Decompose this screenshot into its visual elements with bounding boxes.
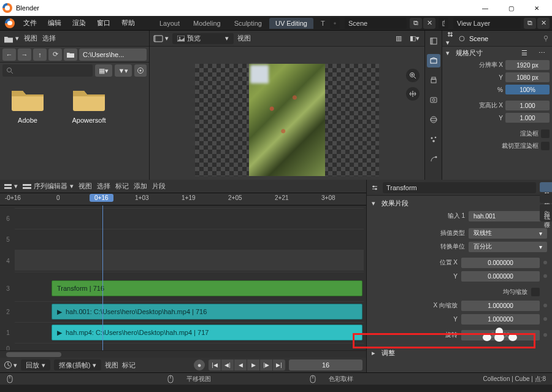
filter-icon[interactable] [370, 183, 379, 192]
tab-output-icon[interactable] [427, 54, 440, 67]
scene-name-field[interactable]: Scene [345, 18, 407, 29]
menu-window[interactable]: 窗口 [92, 17, 115, 29]
preset-icon[interactable]: ☰ [518, 47, 531, 58]
sequencer-editor-icon[interactable]: ▾ [4, 182, 18, 190]
footer-view-menu[interactable]: 视图 [105, 361, 118, 370]
posy-field[interactable]: 0.000000 [461, 271, 540, 282]
seq-view-menu[interactable]: 视图 [79, 182, 92, 191]
seq-select-menu[interactable]: 选择 [97, 182, 110, 191]
timeline-hscroll[interactable] [0, 350, 366, 358]
nav-newfolder-button[interactable] [64, 48, 77, 61]
prev-keyframe-button[interactable]: ◀| [221, 359, 234, 371]
viewlayer-browse-icon[interactable] [439, 18, 448, 29]
preview-editor-icon[interactable]: ▾ [153, 34, 169, 42]
tab-uv-editing[interactable]: UV Editing [269, 18, 313, 29]
blender-menu-icon[interactable] [5, 18, 15, 28]
dimensions-header[interactable]: 规格尺寸 ☰ ⋯ [442, 47, 552, 59]
keyframe-dot[interactable] [543, 333, 547, 337]
pct-field[interactable]: 100% [505, 85, 550, 94]
zoom-button[interactable] [406, 69, 420, 82]
filebrowser-select-menu[interactable]: 选择 [42, 34, 56, 43]
minimize-button[interactable]: ― [472, 0, 498, 16]
folder-item-adobe[interactable]: Adobe [6, 85, 49, 174]
sequencer-mode-select[interactable]: 序列编辑器▾ [23, 182, 74, 191]
preview-channels-button[interactable]: ▥ [393, 33, 405, 44]
timeline-ruler[interactable]: -0+16 0 0+16 1+03 1+19 2+05 2+21 3+08 [0, 193, 366, 206]
side-search-input[interactable]: Transform [383, 182, 536, 193]
settings-icon[interactable] [134, 64, 147, 77]
rot-field[interactable]: 90.000 [461, 330, 540, 340]
hscroll-thumb[interactable] [6, 352, 61, 357]
play-button[interactable]: ▶ [247, 359, 259, 371]
uniform-checkbox[interactable] [531, 288, 540, 296]
pin-icon[interactable]: ⚲ [543, 34, 548, 42]
nav-refresh-button[interactable]: ⟳ [48, 48, 62, 61]
menu-render[interactable]: 渲染 [67, 17, 91, 29]
aspect-x-field[interactable]: 1.000 [505, 101, 550, 110]
preview-viewport[interactable] [150, 47, 424, 180]
display-mode-button[interactable]: ▦▾ [95, 64, 112, 77]
unit-select[interactable]: 百分比▾ [469, 242, 547, 252]
nav-up-button[interactable]: ↑ [33, 48, 47, 61]
interp-select[interactable]: 双线性▾ [469, 228, 547, 239]
seq-strip-menu[interactable]: 片段 [152, 182, 166, 191]
adjust-header[interactable]: 调整 [367, 347, 552, 359]
preview-mode-select[interactable]: 预览 ▾ [172, 33, 234, 44]
viewlayer-copy-button[interactable]: ⧉ [524, 18, 536, 29]
jump-end-button[interactable]: ▶| [273, 359, 285, 371]
tab-world-icon[interactable] [427, 113, 440, 126]
playback-menu[interactable]: 回放▾ [21, 359, 50, 371]
res-x-field[interactable]: 1920 px [505, 60, 550, 70]
file-browser-body[interactable]: Adobe Apowersoft [0, 79, 149, 180]
border-checkbox[interactable] [541, 129, 550, 138]
input1-field[interactable]: hah.001 [469, 211, 547, 221]
props-editor-icon[interactable]: ▾ [446, 31, 454, 47]
props-scene-icon[interactable] [458, 35, 466, 42]
sidetab-proxy[interactable]: 代理 & 缓存 [540, 204, 552, 221]
playhead-line[interactable] [102, 206, 103, 350]
seq-add-menu[interactable]: 添加 [134, 182, 147, 191]
scaley-field[interactable]: 1.000000 [461, 314, 540, 325]
tab-layout[interactable]: Layout [153, 18, 186, 29]
current-frame-field[interactable]: 16 [289, 359, 362, 371]
play-reverse-button[interactable]: ◀ [234, 359, 247, 371]
scene-new-button[interactable]: ✕ [423, 18, 435, 29]
effect-strip-header[interactable]: 效果片段 [367, 197, 552, 209]
scene-copy-button[interactable]: ⧉ [410, 18, 422, 29]
filter-button[interactable]: ▼▾ [115, 64, 132, 77]
sidetab-strip[interactable]: 片段 [540, 182, 552, 192]
nav-forward-button[interactable]: → [18, 48, 31, 61]
sequencer-tracks[interactable]: 6 5 4 3 2 1 0 Transform | 716 ▶ hah.001:… [0, 206, 366, 350]
next-keyframe-button[interactable]: |▶ [260, 359, 272, 371]
preview-view-menu[interactable]: 视图 [237, 34, 251, 43]
folder-item-apowersoft[interactable]: Apowersoft [67, 85, 110, 174]
keyframe-dot[interactable] [543, 274, 547, 278]
path-field[interactable]: C:\Users\he... [79, 48, 147, 61]
strip-clip2[interactable]: ▶ hah.mp4: C:\Users\hero\Desktop\hah.mp4… [52, 325, 362, 340]
scene-browse-icon[interactable] [330, 18, 340, 29]
snap-menu[interactable]: 抠像(插帧)▾ [54, 359, 101, 371]
seq-marker-menu[interactable]: 标记 [115, 182, 129, 191]
file-search-input[interactable] [2, 64, 93, 77]
crop-checkbox[interactable] [541, 142, 550, 150]
viewlayer-name-field[interactable]: View Layer [453, 18, 521, 29]
strip-clip1[interactable]: ▶ hah.001: C:\Users\hero\Desktop\hah.mp4… [52, 304, 362, 320]
filebrowser-view-menu[interactable]: 视图 [24, 34, 37, 43]
options-icon[interactable]: ⋯ [535, 47, 548, 58]
scalex-field[interactable]: 1.000000 [461, 301, 540, 311]
tab-physics-icon[interactable] [427, 152, 440, 166]
timeline-editor-icon[interactable]: ▾ [4, 361, 17, 369]
menu-edit[interactable]: 编辑 [43, 17, 66, 29]
tab-render-icon[interactable] [427, 34, 440, 48]
keyframe-dot[interactable] [543, 304, 547, 307]
keyframe-dot[interactable] [543, 261, 547, 264]
aspect-y-field[interactable]: 1.000 [505, 113, 550, 123]
res-y-field[interactable]: 1080 px [505, 72, 550, 82]
preview-overlay-button[interactable]: ◧▾ [408, 33, 421, 44]
tab-view-icon[interactable] [427, 93, 440, 107]
tab-print-icon[interactable] [427, 74, 440, 87]
nav-back-button[interactable]: ← [2, 48, 16, 61]
pan-button[interactable] [406, 87, 420, 101]
strip-transform[interactable]: Transform | 716 [52, 280, 362, 296]
tab-modeling[interactable]: Modeling [187, 18, 227, 29]
